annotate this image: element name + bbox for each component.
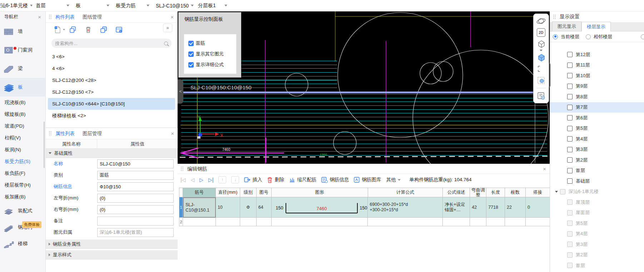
sidebar-item-stairs[interactable]: 楼梯 bbox=[0, 236, 45, 252]
list-item[interactable]: 4 <6> bbox=[46, 63, 177, 74]
rebar-type-select[interactable]: 板受力筋 bbox=[112, 0, 152, 11]
cube-filled-icon[interactable] bbox=[536, 53, 546, 63]
sidebar-item-slab-haunch[interactable]: 板加腋(B) bbox=[0, 191, 45, 203]
checkbox-show-detailed-formula[interactable]: 显示详细公式 bbox=[188, 59, 236, 70]
floor-row[interactable]: 第8层 bbox=[550, 92, 644, 102]
category-field[interactable]: 面筋 bbox=[97, 171, 174, 180]
sidebar-item-wall[interactable]: 墙 bbox=[0, 22, 45, 41]
view-2d-icon[interactable]: 2D bbox=[536, 28, 546, 38]
left-bend-field[interactable]: (0) bbox=[97, 194, 174, 203]
chevron-down-icon[interactable] bbox=[540, 50, 543, 51]
building-select[interactable]: 深汕6-1单元楼 bbox=[0, 0, 32, 11]
rebar-info-button[interactable]: 钢筋信息 bbox=[321, 177, 349, 183]
more-tools-button[interactable]: » bbox=[163, 24, 172, 32]
tab-component-list[interactable]: 构件列表 bbox=[55, 14, 75, 20]
rebar-info-field[interactable]: Ф10@150 bbox=[97, 182, 174, 191]
floor-row-disabled-clipped[interactable]: 首层 bbox=[550, 260, 644, 271]
floor-row[interactable]: 第11层 bbox=[550, 60, 644, 71]
list-item[interactable]: 3 <6> bbox=[46, 51, 177, 63]
floor-row-disabled[interactable]: 第2层 bbox=[550, 250, 644, 261]
drawing-canvas[interactable]: 7460 1300 SLJ-C10@150:C10@150 Y X 钢筋显示控制… bbox=[178, 11, 550, 164]
drag-handle-icon[interactable] bbox=[553, 14, 556, 20]
floor-row[interactable]: 第2层 bbox=[550, 155, 644, 165]
list-item[interactable]: SLJ-C12@150 <7> bbox=[46, 86, 177, 98]
component-select[interactable]: SLJ-C10@150 bbox=[152, 0, 194, 11]
col-rebar-id[interactable]: 筋号 bbox=[183, 188, 216, 197]
cell-length[interactable]: 7718 bbox=[486, 197, 505, 218]
row-number[interactable]: 1 bbox=[179, 197, 183, 218]
insert-row-button[interactable]: 插入 bbox=[244, 177, 262, 183]
building-tree-node[interactable]: 深汕6-1单元楼 bbox=[550, 187, 644, 197]
close-icon[interactable]: × bbox=[543, 166, 546, 172]
collapse-left-tab[interactable]: < bbox=[178, 79, 183, 104]
col-shape[interactable]: 图形 bbox=[272, 188, 368, 197]
radio-clipped[interactable] bbox=[641, 34, 644, 39]
sidebar-item-door-window[interactable]: 门窗洞 bbox=[0, 41, 45, 59]
floor-row[interactable]: 基础层 bbox=[550, 176, 644, 187]
close-icon[interactable]: × bbox=[171, 131, 174, 136]
row-number[interactable]: 2 bbox=[179, 218, 183, 226]
col-length[interactable]: 长度 bbox=[486, 188, 505, 197]
scale-rebar-button[interactable]: 缩尺配筋 bbox=[289, 177, 316, 183]
search-icon[interactable] bbox=[164, 41, 168, 45]
floor-row[interactable]: 第6层 bbox=[550, 113, 644, 123]
cell-shape-diagram[interactable]: 150 7460 150 bbox=[272, 197, 368, 218]
list-item-selected[interactable]: SLJ-C10@150 <644> [C10@150] bbox=[48, 98, 175, 110]
col-shape-no[interactable]: 图号 bbox=[257, 188, 272, 197]
cell-lap[interactable]: 0 bbox=[526, 197, 550, 218]
floor-row[interactable]: 第9层 bbox=[550, 81, 644, 92]
cell-shape-no[interactable]: 64 bbox=[257, 197, 272, 218]
col-formula[interactable]: 计算公式 bbox=[368, 188, 443, 197]
other-menu-button[interactable]: 其他 bbox=[386, 177, 401, 183]
sidebar-item-beam[interactable]: 梁 bbox=[0, 59, 45, 78]
floor-row[interactable]: 第12层 bbox=[550, 49, 644, 60]
floor-row-disabled[interactable]: 屋面层 bbox=[550, 208, 644, 218]
property-group-display-style[interactable]: 显示样式 bbox=[46, 250, 178, 259]
layer-slab-select[interactable]: 分层板1 bbox=[194, 0, 230, 11]
cube-outline-icon[interactable] bbox=[536, 39, 546, 49]
drag-handle-icon[interactable] bbox=[49, 131, 52, 136]
search-input[interactable] bbox=[55, 41, 164, 46]
tab-drawing-management[interactable]: 图纸管理 bbox=[83, 14, 102, 20]
list-item[interactable]: SLJ-C12@200 <28> bbox=[46, 74, 177, 86]
tab-floor-display[interactable]: 楼层显示 bbox=[581, 22, 611, 31]
floor-row[interactable]: 第5层 bbox=[550, 123, 644, 134]
sidebar-item-slab-rebar[interactable]: 板受力筋(S) bbox=[0, 155, 45, 167]
sidebar-item-slab[interactable]: 板 bbox=[0, 78, 45, 97]
floor-select[interactable]: 首层 bbox=[32, 0, 72, 11]
sidebar-item-slab-hole[interactable]: 板洞(N) bbox=[0, 144, 45, 155]
col-diameter[interactable]: 直径(mm) bbox=[216, 188, 240, 197]
floor-row-disabled[interactable]: 屋顶层 bbox=[550, 197, 644, 208]
drag-handle-icon[interactable] bbox=[180, 166, 184, 172]
copy-component-button[interactable] bbox=[69, 26, 77, 34]
tab-layer-management[interactable]: 图层管理 bbox=[83, 130, 102, 137]
sidebar-item-spiral-slab[interactable]: 螺旋板(B) bbox=[0, 108, 45, 120]
first-record-button[interactable]: |◁ bbox=[180, 177, 185, 183]
radio-adjacent-floor[interactable] bbox=[586, 34, 591, 39]
new-component-button[interactable]: + bbox=[54, 26, 61, 34]
floor-row[interactable]: 首层 bbox=[550, 165, 644, 176]
last-record-button[interactable]: ▷| bbox=[208, 177, 213, 183]
storey-copy-button[interactable] bbox=[115, 26, 123, 34]
property-group-rebar-business[interactable]: 钢筋业务属性 bbox=[46, 239, 178, 249]
remark-field[interactable] bbox=[97, 217, 174, 226]
col-count[interactable]: 根数 bbox=[505, 188, 526, 197]
sidebar-scrollbar[interactable] bbox=[44, 122, 45, 168]
sidebar-item-slab-negative-rebar[interactable]: 板负筋(F) bbox=[0, 167, 45, 179]
move-down-button[interactable]: ↓ bbox=[231, 176, 239, 183]
copy-to-other-button[interactable] bbox=[100, 26, 108, 34]
cell-formula-desc[interactable]: 净长+设定锚固+… bbox=[443, 197, 470, 218]
sidebar-item-prefab[interactable]: 装配式 bbox=[0, 203, 45, 219]
floor-row-highlighted[interactable]: 第7层 bbox=[550, 102, 644, 113]
tab-property-list[interactable]: 属性列表 bbox=[55, 130, 75, 137]
cell-count[interactable]: 22 bbox=[505, 197, 526, 218]
floor-row-disabled[interactable]: 第4层 bbox=[550, 229, 644, 239]
move-up-button[interactable]: ↑ bbox=[218, 176, 226, 183]
tab-element-display[interactable]: 图元显示 bbox=[552, 21, 581, 31]
cell-diameter[interactable]: 10 bbox=[216, 197, 240, 218]
rebar-library-button[interactable]: 钢筋图库 bbox=[354, 177, 381, 183]
element-type-select[interactable]: 板 bbox=[72, 0, 112, 11]
next-record-button[interactable]: ▷ bbox=[199, 177, 203, 183]
floor-row[interactable]: 第10层 bbox=[550, 70, 644, 81]
cell-grade[interactable]: Ф bbox=[240, 197, 257, 218]
